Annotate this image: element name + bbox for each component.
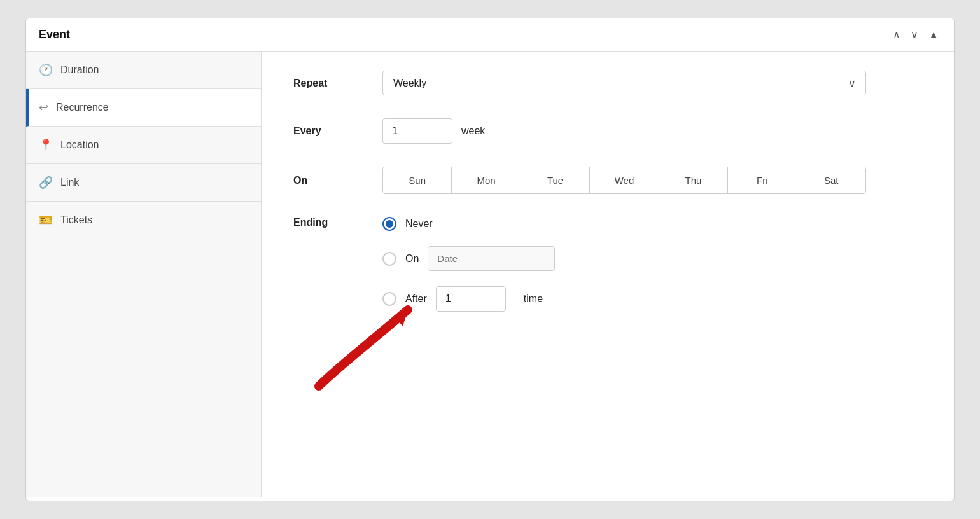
repeat-row: Repeat Weekly Daily Monthly Yearly ∨	[293, 71, 922, 95]
radio-never[interactable]	[382, 217, 396, 231]
radio-on[interactable]	[382, 252, 396, 266]
ending-after-unit: time	[524, 293, 543, 305]
every-unit: week	[461, 125, 485, 137]
sidebar-label-link: Link	[60, 177, 79, 188]
on-row: On Sun Mon Tue Wed Thu Fri Sat	[293, 167, 922, 194]
day-fri[interactable]: Fri	[728, 167, 797, 193]
every-row: Every week	[293, 118, 922, 144]
move-down-button[interactable]: ∨	[908, 27, 921, 42]
event-panel: Event ∧ ∨ ▲ 🕐 Duration ↩ Recurrence 📍 Lo…	[25, 18, 955, 501]
sidebar-item-location[interactable]: 📍 Location	[26, 127, 261, 164]
ending-never-label: Never	[405, 218, 433, 230]
sidebar-label-recurrence: Recurrence	[56, 102, 109, 113]
panel-title: Event	[39, 28, 70, 41]
sidebar: 🕐 Duration ↩ Recurrence 📍 Location 🔗 Lin…	[26, 52, 262, 497]
radio-after[interactable]	[382, 292, 396, 306]
on-label: On	[293, 175, 382, 186]
sidebar-item-tickets[interactable]: 🎫 Tickets	[26, 202, 261, 239]
panel-body: 🕐 Duration ↩ Recurrence 📍 Location 🔗 Lin…	[26, 52, 954, 497]
header-controls: ∧ ∨ ▲	[890, 27, 941, 42]
ending-options: Never On After time	[382, 217, 555, 312]
repeat-label: Repeat	[293, 78, 382, 89]
repeat-select[interactable]: Weekly Daily Monthly Yearly	[382, 71, 866, 95]
move-up-button[interactable]: ∧	[890, 27, 903, 42]
day-wed[interactable]: Wed	[590, 167, 659, 193]
ending-never-option: Never	[382, 217, 555, 231]
sidebar-label-duration: Duration	[60, 64, 99, 76]
ending-on-date-input[interactable]	[428, 246, 555, 271]
day-thu[interactable]: Thu	[659, 167, 728, 193]
ending-after-label: After	[405, 293, 427, 305]
every-label: Every	[293, 125, 382, 137]
day-mon[interactable]: Mon	[452, 167, 521, 193]
day-selector: Sun Mon Tue Wed Thu Fri Sat	[382, 167, 866, 194]
repeat-select-wrapper: Weekly Daily Monthly Yearly ∨	[382, 71, 866, 95]
ending-on-option: On	[382, 246, 555, 271]
sidebar-item-duration[interactable]: 🕐 Duration	[26, 52, 261, 89]
location-icon: 📍	[39, 138, 53, 152]
day-tue[interactable]: Tue	[521, 167, 590, 193]
day-sat[interactable]: Sat	[797, 167, 865, 193]
link-icon: 🔗	[39, 176, 53, 190]
recurrence-icon: ↩	[39, 100, 48, 114]
every-input[interactable]	[382, 118, 452, 144]
collapse-button[interactable]: ▲	[926, 28, 941, 42]
sidebar-item-link[interactable]: 🔗 Link	[26, 164, 261, 202]
ending-after-input[interactable]	[436, 286, 506, 312]
svg-marker-0	[394, 310, 408, 326]
ending-on-label: On	[405, 253, 419, 265]
ending-label: Ending	[293, 217, 382, 228]
sidebar-label-tickets: Tickets	[60, 214, 92, 226]
panel-header: Event ∧ ∨ ▲	[26, 18, 954, 52]
tickets-icon: 🎫	[39, 213, 53, 227]
main-content: Repeat Weekly Daily Monthly Yearly ∨ Eve…	[262, 52, 954, 497]
ending-after-option: After time	[382, 286, 555, 312]
clock-icon: 🕐	[39, 63, 53, 77]
sidebar-label-location: Location	[60, 139, 99, 151]
sidebar-item-recurrence[interactable]: ↩ Recurrence	[26, 89, 261, 127]
ending-row: Ending Never On	[293, 217, 922, 312]
day-sun[interactable]: Sun	[383, 167, 452, 193]
